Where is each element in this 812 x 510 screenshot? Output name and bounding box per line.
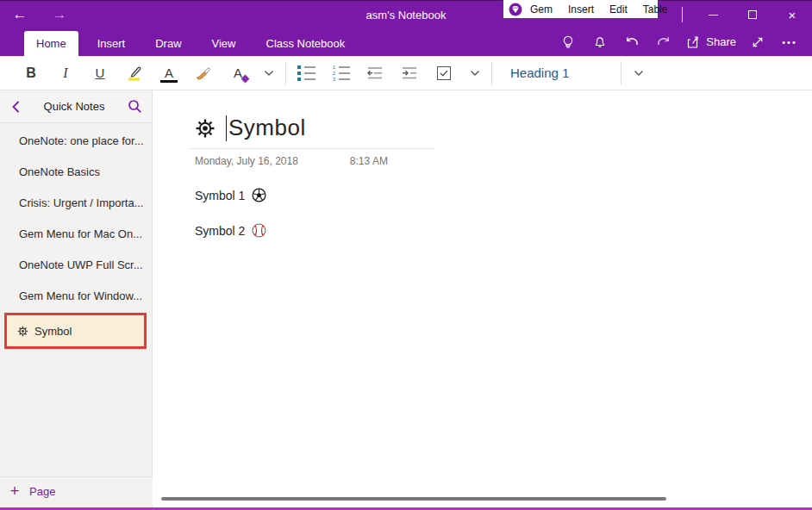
highlighter-button[interactable] xyxy=(117,59,152,87)
horizontal-scrollbar[interactable] xyxy=(161,497,666,501)
gear-icon xyxy=(195,118,215,139)
redo-icon xyxy=(655,34,672,50)
plus-icon: + xyxy=(0,482,29,501)
tab-insert[interactable]: Insert xyxy=(86,31,137,56)
page-item[interactable]: Crisis: Urgent / Importa... xyxy=(0,187,152,218)
lightbulb-icon xyxy=(560,34,576,50)
share-button[interactable]: Share xyxy=(685,34,736,50)
title-bar: ← → asm's Notebook × xyxy=(0,0,812,28)
styles-expand-button[interactable] xyxy=(624,59,653,87)
undo-icon xyxy=(623,34,640,50)
back-button[interactable]: ← xyxy=(0,1,40,28)
share-label: Share xyxy=(706,35,736,48)
format-painter-icon xyxy=(194,65,213,82)
chevron-down-icon xyxy=(470,70,480,77)
note-line[interactable]: Symbol 2 xyxy=(195,223,812,238)
page-item-selected[interactable]: Symbol xyxy=(4,313,147,349)
underline-button[interactable]: U xyxy=(83,59,117,87)
redo-button[interactable] xyxy=(653,32,674,53)
note-line[interactable]: Symbol 1 xyxy=(195,188,812,202)
gear-icon xyxy=(17,326,28,337)
gem-menu-item-edit[interactable]: Edit xyxy=(602,1,635,18)
maximize-button[interactable] xyxy=(733,1,772,28)
page-item-label: Symbol xyxy=(34,325,72,338)
add-page-button[interactable]: + Page xyxy=(0,476,153,506)
ribbon-right-actions: Share ••• xyxy=(558,28,800,56)
bold-button[interactable]: B xyxy=(14,59,48,87)
numbered-list-button[interactable]: 1 2 3 xyxy=(323,59,358,87)
section-title: Quick Notes xyxy=(31,100,117,113)
format-painter-button[interactable] xyxy=(186,59,221,87)
italic-button[interactable]: I xyxy=(48,59,83,87)
page-item[interactable]: OneNote Basics xyxy=(0,156,152,187)
highlighter-icon xyxy=(125,65,144,82)
sidebar-back-button[interactable] xyxy=(0,101,31,113)
gem-addin-menubar: Gem Insert Edit Table xyxy=(503,0,659,19)
indent-button[interactable] xyxy=(392,59,427,87)
toolbar-separator xyxy=(491,61,492,85)
gem-menu-item-insert[interactable]: Insert xyxy=(560,1,602,18)
gem-menu-item-gem[interactable]: Gem xyxy=(522,1,560,18)
indent-icon xyxy=(400,66,419,80)
ellipsis-icon: ••• xyxy=(782,37,797,47)
page-title-block: Symbol xyxy=(189,115,434,149)
page-item[interactable]: Gem Menu for Window... xyxy=(0,280,152,311)
window-controls: × xyxy=(682,1,812,28)
bullet-list-icon xyxy=(297,65,315,81)
titlebar-separator xyxy=(682,7,683,22)
style-selector[interactable]: Heading 1 xyxy=(500,60,614,86)
more-options-button[interactable]: ••• xyxy=(779,32,800,53)
baseball-icon xyxy=(252,223,266,238)
todo-tag-button[interactable] xyxy=(427,59,461,87)
page-title[interactable]: Symbol xyxy=(228,115,306,141)
share-icon xyxy=(685,34,701,50)
tab-class-notebook[interactable]: Class Notebook xyxy=(255,31,357,56)
outdent-button[interactable] xyxy=(358,59,392,87)
notifications-button[interactable] xyxy=(590,32,610,53)
onenote-window: ← → asm's Notebook × Gem xyxy=(0,0,812,510)
bullet-list-button[interactable] xyxy=(289,59,323,87)
text-cursor xyxy=(226,115,227,141)
page-sidebar: Quick Notes OneNote: one place for... On… xyxy=(0,90,153,507)
page-time: 8:13 AM xyxy=(350,155,388,167)
page-item[interactable]: OneNote: one place for... xyxy=(0,125,152,156)
tab-view[interactable]: View xyxy=(201,31,247,56)
gem-menu-item-table[interactable]: Table xyxy=(635,1,676,18)
chevron-left-icon xyxy=(12,101,20,113)
tab-home[interactable]: Home xyxy=(24,31,78,56)
clear-formatting-button[interactable]: A xyxy=(221,59,255,87)
font-options-expand-button[interactable] xyxy=(255,59,283,87)
tab-draw[interactable]: Draw xyxy=(144,31,192,56)
page-item[interactable]: OneNote UWP Full Scr... xyxy=(0,249,152,280)
sidebar-header: Quick Notes xyxy=(0,90,152,123)
tags-expand-button[interactable] xyxy=(461,59,489,87)
font-color-button[interactable]: A xyxy=(152,59,186,87)
forward-button[interactable]: → xyxy=(40,1,79,28)
todo-checkbox-icon xyxy=(437,66,451,80)
page-meta: Monday, July 16, 2018 8:13 AM xyxy=(195,155,812,167)
bell-icon xyxy=(592,34,608,50)
close-button[interactable]: × xyxy=(772,1,812,28)
page-canvas[interactable]: Symbol Monday, July 16, 2018 8:13 AM Sym… xyxy=(153,90,812,507)
gem-icon xyxy=(509,3,522,16)
minimize-button[interactable] xyxy=(693,1,733,28)
close-icon: × xyxy=(789,9,796,22)
page-date: Monday, July 16, 2018 xyxy=(195,155,298,167)
numbered-list-icon: 1 2 3 xyxy=(331,65,350,81)
resize-diagonal-icon xyxy=(750,34,765,50)
fullscreen-button[interactable] xyxy=(747,32,768,53)
tell-me-lightbulb-button[interactable] xyxy=(558,32,578,53)
search-button[interactable] xyxy=(117,99,152,114)
toolbar-separator xyxy=(285,61,286,85)
clear-formatting-diamond-icon xyxy=(241,74,250,83)
search-icon xyxy=(128,99,142,114)
undo-button[interactable] xyxy=(621,32,642,53)
font-color-swatch xyxy=(160,80,178,83)
font-color-label: A xyxy=(165,66,173,79)
page-list: OneNote: one place for... OneNote Basics… xyxy=(0,123,152,349)
add-page-label: Page xyxy=(29,485,55,498)
forward-arrow-icon: → xyxy=(53,6,67,23)
minimize-icon xyxy=(709,15,718,16)
chevron-down-icon xyxy=(264,70,274,77)
page-item[interactable]: Gem Menu for Mac On... xyxy=(0,218,152,249)
